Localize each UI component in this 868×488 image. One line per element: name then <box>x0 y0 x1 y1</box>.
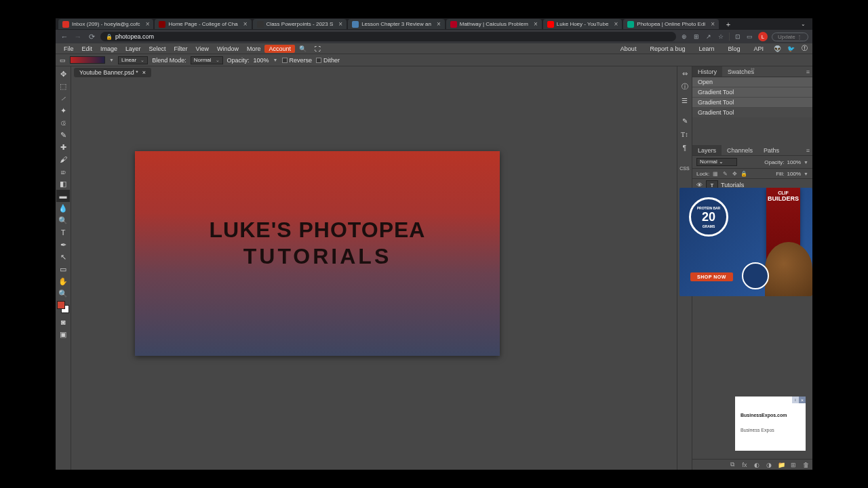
facebook-icon[interactable]: ⓕ <box>800 45 808 53</box>
list-icon[interactable]: ☰ <box>679 95 690 106</box>
history-item[interactable]: Gradient Tool <box>692 108 812 118</box>
new-tab-button[interactable]: + <box>723 20 734 29</box>
link-blog[interactable]: Blog <box>724 45 744 52</box>
close-icon[interactable]: × <box>611 20 618 28</box>
browser-tab[interactable]: Home Page - College of Cha× <box>155 19 251 29</box>
ad-cta-button[interactable]: SHOP NOW <box>690 272 733 281</box>
opacity-slider[interactable]: ▼ <box>273 58 278 62</box>
wand-tool[interactable]: ✦ <box>56 104 70 117</box>
blur-tool[interactable]: 💧 <box>56 202 70 214</box>
gradient-type-select[interactable]: Linear⌄ <box>118 56 148 64</box>
ad-banner[interactable]: PROTEIN BAR 20 GRAMS CLIFBUILDERS SHOP N… <box>679 188 812 296</box>
reverse-checkbox[interactable]: Reverse <box>282 57 313 64</box>
install-icon[interactable]: ⊞ <box>692 33 701 41</box>
lock-position-icon[interactable]: ✥ <box>731 170 738 177</box>
panel-collapse-icon[interactable]: ⇔ <box>751 66 755 72</box>
type-tool[interactable]: T <box>56 226 70 239</box>
layer-opacity-value[interactable]: 100% <box>787 159 801 165</box>
sidepanel-icon[interactable]: ▭ <box>746 33 754 41</box>
menu-layer[interactable]: Layer <box>121 45 145 52</box>
browser-tab[interactable]: Class Powerpoints - 2023 S× <box>253 19 347 29</box>
browser-tab[interactable]: Lesson Chapter 3 Review an× <box>348 19 445 29</box>
stamp-tool[interactable]: ⎄ <box>56 165 70 178</box>
hand-tool[interactable]: ✋ <box>56 275 70 287</box>
new-layer-icon[interactable]: ⊞ <box>789 461 797 469</box>
history-item[interactable]: Open <box>692 77 812 87</box>
tab-history[interactable]: History <box>692 66 722 77</box>
quickmask-tool[interactable]: ◙ <box>56 316 70 328</box>
share-icon[interactable]: ↗ <box>705 33 713 41</box>
dither-checkbox[interactable]: Dither <box>316 57 340 64</box>
marquee-tool[interactable]: ⬚ <box>56 80 70 92</box>
back-button[interactable]: ← <box>60 32 69 41</box>
path-tool[interactable]: ↖ <box>56 251 70 263</box>
close-icon[interactable]: × <box>434 20 441 28</box>
menu-file[interactable]: File <box>60 45 78 52</box>
trash-icon[interactable]: 🗑 <box>802 461 810 469</box>
url-input[interactable]: 🔒 photopea.com <box>100 32 676 41</box>
browser-tab[interactable]: Inbox (209) - hoeyla@g.cofc× <box>58 19 153 29</box>
character-icon[interactable]: ✎ <box>679 115 690 126</box>
link-learn[interactable]: Learn <box>694 45 718 52</box>
pen-tool[interactable]: ✒ <box>56 239 70 251</box>
browser-tab[interactable]: Mathway | Calculus Problem× <box>446 19 542 29</box>
browser-tab[interactable]: Luke Hoey - YouTube× <box>543 19 623 29</box>
history-item[interactable]: Gradient Tool <box>692 98 812 108</box>
forward-button[interactable]: → <box>73 32 83 41</box>
fill-value[interactable]: 100% <box>787 171 801 177</box>
translate-icon[interactable]: ⊕ <box>680 33 688 41</box>
dodge-tool[interactable]: 🔍 <box>56 214 70 226</box>
close-icon[interactable]: × <box>142 69 146 76</box>
browser-tab-active[interactable]: Photopea | Online Photo Edi× <box>623 19 719 29</box>
menu-image[interactable]: Image <box>96 45 121 52</box>
profile-avatar[interactable]: L <box>758 32 768 41</box>
panel-menu-icon[interactable]: ≡ <box>804 147 812 154</box>
menu-window[interactable]: Window <box>213 45 243 52</box>
extensions-icon[interactable]: ⊡ <box>734 33 742 41</box>
update-button[interactable]: Update ⋮ <box>772 33 808 41</box>
fullscreen-icon[interactable]: ⛶ <box>311 45 325 52</box>
lock-all-icon[interactable]: 🔒 <box>741 170 747 177</box>
brush-tool[interactable]: 🖌 <box>56 153 70 165</box>
menu-account[interactable]: Account <box>264 45 295 53</box>
menu-select[interactable]: Select <box>145 45 170 52</box>
menu-filter[interactable]: Filter <box>170 45 192 52</box>
gradient-preview[interactable] <box>70 56 105 64</box>
collapse-icon[interactable]: ⇔ <box>679 68 690 79</box>
tab-layers[interactable]: Layers <box>692 145 722 155</box>
layer-blend-select[interactable]: Normal ⌄ <box>696 158 737 166</box>
screenmode-tool[interactable]: ▣ <box>56 328 70 340</box>
gradient-dropdown[interactable]: ▼ <box>109 58 114 62</box>
menu-view[interactable]: View <box>192 45 213 52</box>
opacity-value[interactable]: 100% <box>254 57 269 64</box>
document-tab[interactable]: Youtube Banner.psd * × <box>74 68 151 77</box>
twitter-icon[interactable]: 🐦 <box>787 45 795 53</box>
heal-tool[interactable]: ✚ <box>56 141 70 153</box>
canvas-viewport[interactable]: LUKE'S PHOTOPEA TUTORIALS <box>71 79 677 470</box>
lock-transparency-icon[interactable]: ▦ <box>712 170 719 177</box>
lock-pixels-icon[interactable]: ✎ <box>722 170 728 177</box>
eraser-tool[interactable]: ◧ <box>56 178 70 190</box>
folder-icon[interactable]: 📁 <box>777 461 785 469</box>
reload-button[interactable]: ⟳ <box>87 32 96 41</box>
link-about[interactable]: About <box>616 45 641 52</box>
color-swatches[interactable] <box>57 301 69 313</box>
ad-box[interactable]: i × BusinessExpos.com Business Expos <box>735 396 806 451</box>
ad-info-icon[interactable]: i <box>792 396 799 403</box>
menu-edit[interactable]: Edit <box>78 45 97 52</box>
search-icon[interactable]: 🔍 <box>295 45 311 52</box>
crop-tool[interactable]: ⟃ <box>56 117 70 129</box>
adjustment-icon[interactable]: ◑ <box>765 461 773 469</box>
history-item[interactable]: Gradient Tool <box>692 87 812 98</box>
blend-mode-select[interactable]: Normal⌄ <box>191 56 223 64</box>
tab-paths[interactable]: Paths <box>758 145 785 155</box>
move-tool[interactable]: ✥ <box>56 68 70 80</box>
fill-slider-icon[interactable]: ▼ <box>804 171 808 176</box>
mask-icon[interactable]: ◐ <box>753 461 761 469</box>
panel-menu-icon[interactable]: ≡ <box>804 68 812 75</box>
gradient-tool[interactable]: ▬ <box>56 190 70 202</box>
lasso-tool[interactable]: ⟋ <box>56 92 70 104</box>
tab-channels[interactable]: Channels <box>722 145 758 155</box>
bookmark-icon[interactable]: ☆ <box>717 33 725 41</box>
close-icon[interactable]: × <box>336 20 342 28</box>
